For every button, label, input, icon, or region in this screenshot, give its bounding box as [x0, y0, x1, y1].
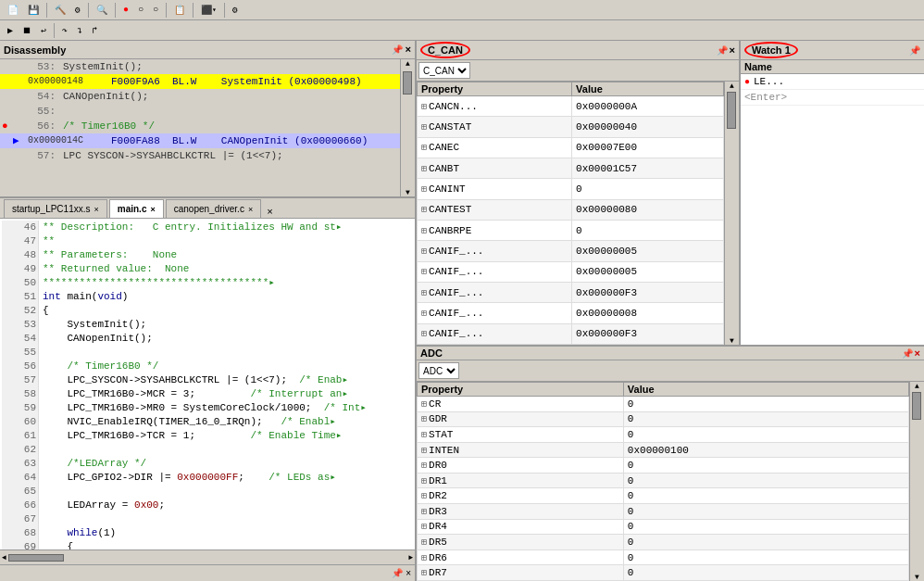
adc-cell-val: 0 — [623, 473, 908, 488]
expand-5[interactable]: ⊞ — [421, 205, 427, 215]
disasm-line-0148: 0x00000148 F000F9A6 BL.W SystemInit (0x0… — [0, 74, 400, 89]
src-horiz-left[interactable]: ◄ — [0, 553, 8, 562]
tab-close-all-btn[interactable]: × — [267, 207, 273, 218]
main-layout: Disassembly 📌 × 53: SystemInit(); — [0, 41, 924, 581]
ccan-scroll-up[interactable]: ▲ — [730, 82, 734, 90]
tab-main-close[interactable]: × — [150, 205, 155, 214]
expand-10[interactable]: ⊞ — [421, 309, 427, 319]
bp-clear-btn[interactable]: ○ — [149, 3, 162, 17]
ccan-cell-prop: ⊞CANINT — [418, 179, 572, 199]
adc-expand-0[interactable]: ⊞ — [421, 399, 427, 410]
adc-cell-val: 0 — [623, 535, 908, 550]
layout-btn[interactable]: ⬛▾ — [197, 3, 220, 18]
clipboard-btn[interactable]: 📋 — [170, 3, 189, 18]
expand-0[interactable]: ⊞ — [421, 102, 427, 112]
adc-dropdown[interactable]: ADC — [418, 362, 459, 379]
adc-expand-7[interactable]: ⊞ — [421, 507, 427, 517]
close-icon[interactable]: × — [405, 44, 411, 56]
disasm-scrollbar[interactable]: ▲ ▼ — [400, 59, 415, 196]
step-out-btn[interactable]: ↱ — [88, 23, 101, 38]
adc-pin-icon[interactable]: 📌 — [902, 348, 913, 359]
watch-item-enter[interactable]: <Enter> — [741, 90, 924, 106]
expand-11[interactable]: ⊞ — [421, 329, 427, 339]
adc-expand-5[interactable]: ⊞ — [421, 476, 427, 486]
ccan-scrollbar[interactable]: ▲ ▼ — [724, 82, 739, 345]
stop-btn[interactable]: ⏹ — [19, 23, 35, 38]
pin-icon[interactable]: 📌 — [392, 44, 403, 56]
adc-close-icon[interactable]: × — [915, 347, 920, 359]
watch-enter-label: <Enter> — [744, 92, 787, 103]
search-btn[interactable]: 🔍 — [93, 3, 111, 18]
expand-8[interactable]: ⊞ — [421, 267, 427, 277]
adc-scroll-thumb[interactable] — [912, 392, 921, 420]
ccan-col-value: Value — [572, 82, 724, 96]
disassembly-icons: 📌 × — [392, 44, 411, 56]
build-btn[interactable]: 🔨 — [51, 3, 69, 18]
adc-cell-prop: ⊞DR2 — [418, 488, 624, 504]
adc-cell-prop: ⊞DR4 — [418, 519, 624, 535]
expand-7[interactable]: ⊞ — [421, 246, 427, 257]
bp-red-btn[interactable]: ● — [119, 3, 132, 17]
adc-expand-3[interactable]: ⊞ — [421, 446, 427, 456]
tab-canopen[interactable]: canopen_driver.c × — [166, 199, 261, 218]
watch-pin-icon[interactable]: 📌 — [909, 45, 920, 56]
adc-scroll-up[interactable]: ▲ — [915, 382, 919, 390]
settings-btn[interactable]: ⚙ — [71, 3, 84, 18]
step-over-btn[interactable]: ↷ — [58, 23, 71, 38]
ccan-scroll-down[interactable]: ▼ — [730, 336, 734, 345]
watch-items[interactable]: ● LE... <Enter> — [741, 74, 924, 345]
adc-scroll-down[interactable]: ▼ — [915, 573, 919, 581]
tools-btn[interactable]: ⚙ — [229, 3, 242, 18]
expand-4[interactable]: ⊞ — [421, 184, 427, 195]
adc-expand-6[interactable]: ⊞ — [421, 491, 427, 501]
run-btn[interactable]: ▶ — [4, 23, 17, 38]
expand-1[interactable]: ⊞ — [421, 122, 427, 133]
adc-expand-10[interactable]: ⊞ — [421, 553, 427, 563]
adc-cell-val: 0 — [623, 458, 908, 474]
save-btn[interactable]: 💾 — [24, 3, 43, 18]
tab-main[interactable]: main.c × — [109, 199, 164, 218]
adc-cell-prop: ⊞DR6 — [418, 549, 624, 565]
disasm-horiz-scroll[interactable]: ◄ ► — [0, 196, 415, 198]
adc-row-2: ⊞STAT0 — [418, 427, 909, 443]
expand-9[interactable]: ⊞ — [421, 288, 427, 298]
adc-scrollbar[interactable]: ▲ ▼ — [909, 382, 924, 581]
ccan-cell-val: 0x00000005 — [572, 261, 724, 282]
watch-item-0: ● LE... — [741, 74, 924, 90]
ccan-table-area[interactable]: Property Value ⊞CANCN...0x0000000A⊞CANST… — [417, 82, 739, 345]
adc-expand-4[interactable]: ⊞ — [421, 461, 427, 471]
src-horiz-right[interactable]: ► — [406, 553, 415, 562]
adc-table-area[interactable]: Property Value ⊞CR0⊞GDR0⊞STAT0⊞INTEN0x00… — [417, 382, 924, 581]
bp-circle-btn[interactable]: ○ — [134, 3, 147, 17]
adc-expand-1[interactable]: ⊞ — [421, 414, 427, 424]
tab-startup[interactable]: startup_LPC11xx.s × — [4, 199, 107, 218]
adc-expand-2[interactable]: ⊞ — [421, 430, 427, 440]
scroll-up-btn[interactable]: ▲ — [406, 59, 410, 68]
expand-3[interactable]: ⊞ — [421, 164, 427, 174]
ccan-cell-prop: ⊞CANEC — [418, 137, 572, 158]
restart-icon: ↩ — [41, 25, 46, 36]
source-horiz-scroll[interactable]: ◄ ► — [0, 549, 415, 564]
src-line-59: 59 LPC_TMR16B0->MR0 = SystemCoreClock/10… — [2, 401, 413, 415]
adc-expand-8[interactable]: ⊞ — [421, 522, 427, 532]
file-menu-btn[interactable]: 📄 — [4, 3, 22, 18]
tab-canopen-close[interactable]: × — [248, 205, 253, 214]
step-into-btn[interactable]: ↴ — [73, 23, 86, 38]
tab-startup-close[interactable]: × — [94, 205, 99, 214]
adc-expand-11[interactable]: ⊞ — [421, 568, 427, 578]
expand-6[interactable]: ⊞ — [421, 226, 427, 236]
scroll-down-btn[interactable]: ▼ — [406, 188, 410, 196]
ccan-scroll-thumb[interactable] — [727, 92, 736, 129]
watch-section: Watch 1 📌 Name ● LE... — [739, 41, 924, 347]
adc-expand-9[interactable]: ⊞ — [421, 537, 427, 548]
ccan-dropdown[interactable]: C_CAN — [418, 62, 470, 79]
scroll-thumb[interactable] — [403, 71, 412, 95]
ccan-pin-icon[interactable]: 📌 — [717, 45, 728, 56]
src-horiz-thumb[interactable] — [8, 554, 64, 562]
expand-2[interactable]: ⊞ — [421, 143, 427, 153]
restart-btn[interactable]: ↩ — [37, 23, 50, 38]
close-source-btn[interactable]: 📌 × — [392, 568, 411, 578]
source-content[interactable]: 46 ** Description: C entry. Initializes … — [0, 219, 415, 549]
ccan-close-icon[interactable]: × — [730, 44, 735, 56]
disassembly-scroll[interactable]: 53: SystemInit(); 0x00000148 F000F9A6 BL… — [0, 59, 400, 196]
